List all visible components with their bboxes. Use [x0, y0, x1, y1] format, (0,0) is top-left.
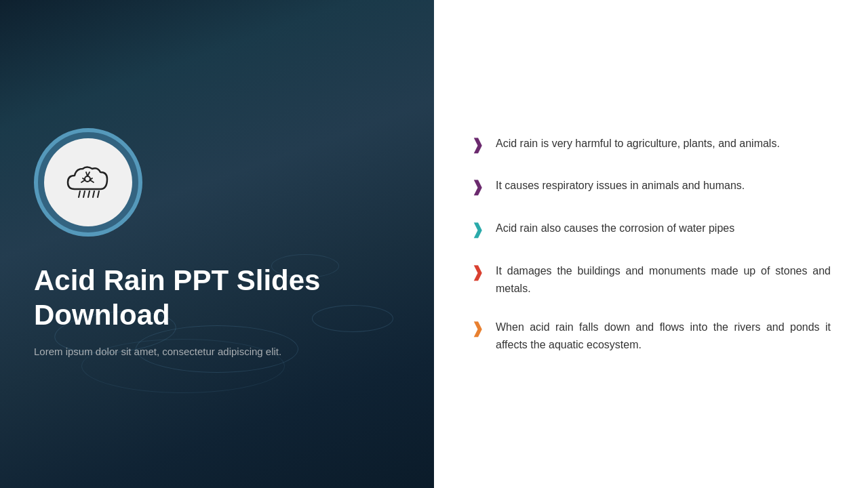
chevron-icon-3: ❱ — [471, 220, 484, 241]
chevron-icon-2: ❱ — [471, 177, 484, 198]
svg-point-0 — [85, 176, 90, 182]
icon-inner-circle — [44, 138, 132, 226]
bullet-text-3: Acid rain also causes the corrosion of w… — [496, 220, 734, 237]
bullet-item-1: ❱ Acid rain is very harmful to agricultu… — [471, 135, 831, 156]
bullet-item-5: ❱ When acid rain falls down and flows in… — [471, 319, 831, 353]
chevron-icon-5: ❱ — [471, 319, 484, 340]
left-panel: Acid Rain PPT Slides Download Lorem ipsu… — [0, 0, 434, 488]
bullet-item-2: ❱ It causes respiratory issues in animal… — [471, 177, 831, 198]
bullet-item-3: ❱ Acid rain also causes the corrosion of… — [471, 220, 831, 241]
slide-subtitle: Lorem ipsum dolor sit amet, consectetur … — [34, 344, 400, 360]
bullet-text-5: When acid rain falls down and flows into… — [496, 319, 831, 353]
bullet-text-2: It causes respiratory issues in animals … — [496, 177, 745, 195]
bullet-text-4: It damages the buildings and monuments m… — [496, 262, 831, 297]
svg-line-2 — [83, 191, 85, 197]
svg-line-4 — [93, 191, 94, 197]
svg-line-3 — [88, 191, 90, 197]
bullet-item-4: ❱ It damages the buildings and monuments… — [471, 262, 831, 297]
acid-rain-icon — [61, 159, 115, 206]
bullet-text-1: Acid rain is very harmful to agriculture… — [496, 135, 780, 152]
right-panel: ❱ Acid rain is very harmful to agricultu… — [434, 0, 868, 488]
left-content: Acid Rain PPT Slides Download Lorem ipsu… — [0, 0, 434, 488]
chevron-icon-4: ❱ — [471, 262, 484, 283]
chevron-icon-1: ❱ — [471, 135, 484, 156]
svg-line-5 — [98, 191, 99, 197]
icon-outer-ring — [34, 128, 142, 237]
svg-line-1 — [79, 191, 80, 197]
slide-title: Acid Rain PPT Slides Download — [34, 264, 400, 332]
